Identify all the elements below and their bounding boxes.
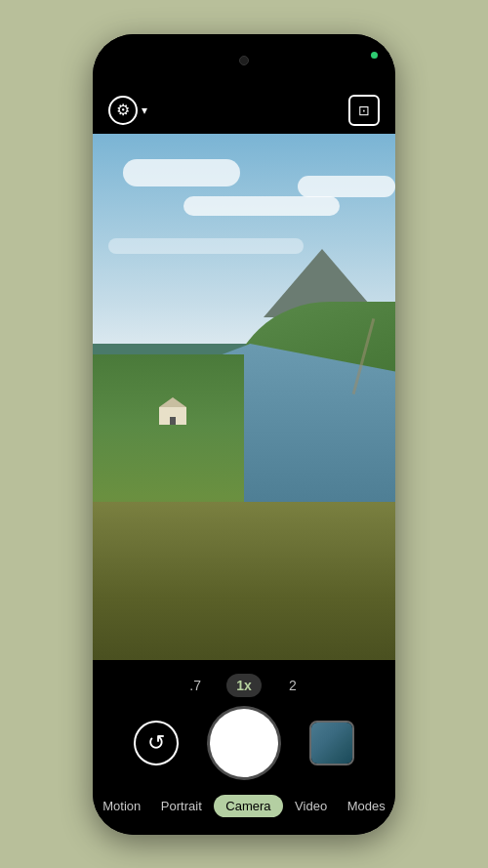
zoom-controls: .7 1x 2 — [182, 674, 306, 697]
gallery-thumb-image — [311, 723, 352, 764]
mode-portrait[interactable]: Portrait — [153, 795, 210, 817]
phone-frame: ⚙ ▾ ⊡ — [93, 34, 395, 835]
zoom-07-button[interactable]: .7 — [182, 678, 209, 693]
house-body — [159, 407, 186, 425]
zoom-2x-button[interactable]: 2 — [279, 678, 306, 693]
mode-video[interactable]: Video — [287, 795, 335, 817]
house-roof — [159, 397, 186, 407]
settings-button[interactable]: ⚙ ▾ — [108, 96, 147, 125]
phone-screen: ⚙ ▾ ⊡ — [93, 34, 395, 835]
shutter-button[interactable] — [210, 709, 278, 777]
mode-modes[interactable]: Modes — [340, 795, 393, 817]
top-bar — [93, 34, 395, 87]
gallery-icon: ⊡ — [358, 103, 370, 118]
mode-motion[interactable]: Motion — [95, 795, 148, 817]
house-door — [170, 417, 176, 425]
cloud — [183, 196, 340, 216]
modes-row: Motion Portrait Camera Video Modes — [93, 789, 395, 827]
mode-camera[interactable]: Camera — [214, 795, 282, 817]
front-camera — [239, 56, 249, 65]
status-indicator — [371, 52, 378, 59]
shutter-row: ↺ — [93, 709, 395, 777]
foreground — [93, 502, 395, 660]
gallery-button[interactable]: ⊡ — [348, 95, 380, 126]
landscape-scene — [93, 134, 395, 660]
camera-top-controls: ⚙ ▾ ⊡ — [93, 87, 395, 134]
house — [159, 407, 186, 425]
chevron-down-icon: ▾ — [142, 103, 147, 117]
cloud — [123, 159, 240, 186]
flip-camera-button[interactable]: ↺ — [134, 721, 179, 765]
settings-icon: ⚙ — [108, 96, 138, 125]
camera-bottom-controls: .7 1x 2 ↺ Motion Portrait Camera Video — [93, 660, 395, 835]
zoom-1x-button[interactable]: 1x — [226, 674, 262, 697]
gallery-thumbnail[interactable] — [309, 721, 354, 765]
flip-icon: ↺ — [147, 730, 165, 756]
viewfinder[interactable] — [93, 134, 395, 660]
cloud — [298, 176, 395, 197]
